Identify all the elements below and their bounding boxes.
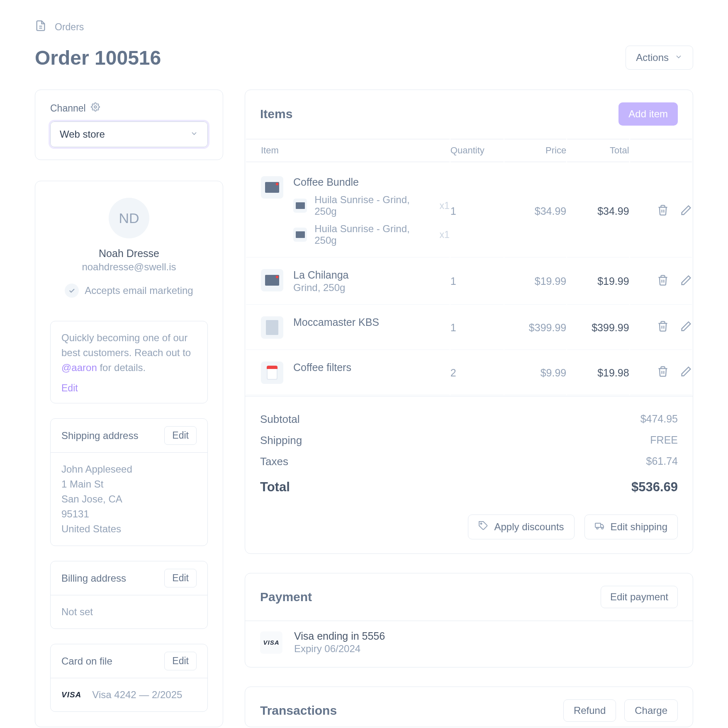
channel-select[interactable]: Web store xyxy=(50,121,208,147)
table-row: La ChilangaGrind, 250g1$19.99$19.99 xyxy=(246,258,692,305)
accepts-marketing-label: Accepts email marketing xyxy=(85,285,193,296)
grand-total-label: Total xyxy=(260,480,290,495)
trash-icon[interactable] xyxy=(657,274,669,289)
breadcrumb: Orders xyxy=(35,20,693,34)
gear-icon[interactable] xyxy=(91,102,100,114)
bundle-label: Huila Sunrise - Grind, 250g xyxy=(314,194,432,217)
table-row: Moccamaster KBS1$399.99$399.99 xyxy=(246,306,692,350)
charge-button[interactable]: Charge xyxy=(624,699,678,722)
edit-shipping-address-button[interactable]: Edit xyxy=(164,426,197,445)
item-total: $19.99 xyxy=(597,275,629,287)
taxes-label: Taxes xyxy=(260,455,288,468)
pencil-icon[interactable] xyxy=(680,274,692,289)
mention[interactable]: @aaron xyxy=(61,362,97,373)
page-title: Order 100516 xyxy=(35,46,161,69)
bundle-item: Huila Sunrise - Grind, 250gx1 xyxy=(293,194,450,217)
bundle-label: Huila Sunrise - Grind, 250g xyxy=(314,223,432,246)
shipping-body: John Appleseed 1 Main St San Jose, CA 95… xyxy=(51,452,207,546)
edit-card-on-file-button[interactable]: Edit xyxy=(164,652,197,670)
item-name: Moccamaster KBS xyxy=(293,316,379,328)
totals: Subtotal $474.95 Shipping FREE Taxes $61… xyxy=(245,396,693,503)
item-thumb xyxy=(261,362,283,384)
trash-icon[interactable] xyxy=(657,366,669,380)
item-qty: 1 xyxy=(450,205,456,217)
note-text: Quickly becoming one of our best custome… xyxy=(61,330,197,375)
shipping-address-card: Shipping address Edit John Appleseed 1 M… xyxy=(50,418,208,546)
col-total: Total xyxy=(567,139,629,162)
col-item: Item xyxy=(246,139,450,162)
add-item-button[interactable]: Add item xyxy=(618,102,678,126)
shipping-title: Shipping address xyxy=(61,430,138,442)
customer-email: noahdresse@swell.is xyxy=(50,261,208,273)
breadcrumb-orders[interactable]: Orders xyxy=(55,22,84,33)
grand-total-value: $536.69 xyxy=(631,480,678,495)
customer-name: Noah Dresse xyxy=(50,248,208,260)
avatar: ND xyxy=(109,198,149,238)
channel-value: Web store xyxy=(60,129,105,140)
item-subtitle: Grind, 250g xyxy=(293,282,348,294)
items-card: Items Add item Item Quantity Price Total… xyxy=(245,90,693,554)
item-thumb xyxy=(261,269,283,291)
apply-discounts-button[interactable]: Apply discounts xyxy=(468,514,574,539)
table-row: Coffee BundleHuila Sunrise - Grind, 250g… xyxy=(246,163,692,257)
item-name: Coffee Bundle xyxy=(293,176,450,188)
check-icon xyxy=(65,284,79,298)
chevron-down-icon xyxy=(674,52,683,63)
actions-button[interactable]: Actions xyxy=(626,46,693,70)
item-price: $9.99 xyxy=(541,367,567,379)
table-row: Coffee filters2$9.99$19.98 xyxy=(246,351,692,395)
svg-point-1 xyxy=(481,523,482,524)
svg-point-4 xyxy=(601,527,603,529)
bundle-qty: x1 xyxy=(440,200,450,211)
billing-title: Billing address xyxy=(61,573,126,584)
shipping-label: Shipping xyxy=(260,434,302,447)
item-price: $34.99 xyxy=(535,205,566,217)
actions-label: Actions xyxy=(636,52,669,63)
trash-icon[interactable] xyxy=(657,204,669,218)
bundle-qty: x1 xyxy=(440,229,450,240)
shipping-value: FREE xyxy=(650,434,678,447)
customer-note: Quickly becoming one of our best custome… xyxy=(50,321,208,403)
card-on-file-label: Visa 4242 — 2/2025 xyxy=(92,687,182,702)
pencil-icon[interactable] xyxy=(680,204,692,218)
item-qty: 2 xyxy=(450,367,456,379)
item-qty: 1 xyxy=(450,275,456,287)
edit-payment-button[interactable]: Edit payment xyxy=(601,586,678,608)
main: Items Add item Item Quantity Price Total… xyxy=(245,90,693,727)
truck-icon xyxy=(595,521,605,533)
tag-icon xyxy=(478,521,488,533)
card-on-file-card: Card on file Edit VISA Visa 4242 — 2/202… xyxy=(50,644,208,712)
card-on-file-title: Card on file xyxy=(61,655,112,667)
pencil-icon[interactable] xyxy=(680,320,692,335)
transactions-card: Transactions Refund Charge xyxy=(245,687,693,727)
edit-note-link[interactable]: Edit xyxy=(61,383,78,394)
payment-card: Payment Edit payment VISA Visa ending in… xyxy=(245,573,693,667)
item-name: Coffee filters xyxy=(293,362,351,374)
svg-point-3 xyxy=(597,527,598,529)
col-qty: Quantity xyxy=(450,139,504,162)
item-qty: 1 xyxy=(450,322,456,333)
col-price: Price xyxy=(504,139,566,162)
item-thumb xyxy=(261,316,283,339)
document-icon xyxy=(35,20,46,34)
channel-card: Channel Web store xyxy=(35,90,223,160)
edit-shipping-button[interactable]: Edit shipping xyxy=(584,514,678,539)
payment-secondary: Expiry 06/2024 xyxy=(294,643,385,655)
payment-brand-thumb: VISA xyxy=(260,631,282,654)
billing-address-card: Billing address Edit Not set xyxy=(50,561,208,629)
refund-button[interactable]: Refund xyxy=(563,699,616,722)
item-total: $34.99 xyxy=(597,205,629,217)
chevron-down-icon xyxy=(190,129,198,140)
edit-billing-address-button[interactable]: Edit xyxy=(164,569,197,587)
item-total: $399.99 xyxy=(592,322,629,333)
items-title: Items xyxy=(260,107,292,121)
bundle-thumb xyxy=(293,199,307,213)
page-header: Order 100516 Actions xyxy=(35,46,693,70)
bundle-thumb xyxy=(293,228,307,242)
visa-icon: VISA xyxy=(61,690,81,699)
svg-point-0 xyxy=(94,106,97,108)
trash-icon[interactable] xyxy=(657,320,669,335)
subtotal-label: Subtotal xyxy=(260,413,299,426)
pencil-icon[interactable] xyxy=(680,366,692,380)
customer-card: ND Noah Dresse noahdresse@swell.is Accep… xyxy=(35,181,223,727)
